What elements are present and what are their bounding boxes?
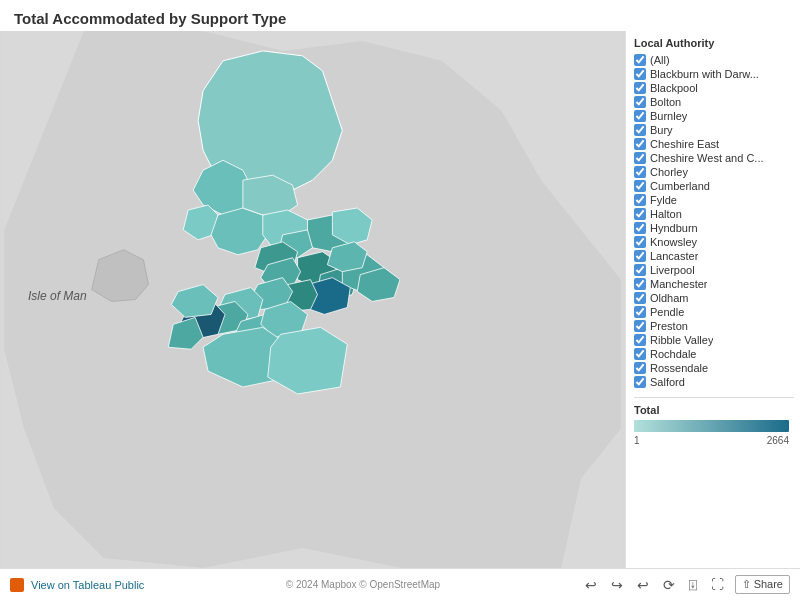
filter-item-label: Cheshire East — [650, 138, 719, 150]
filter-checkbox[interactable] — [634, 82, 646, 94]
filter-item-label: Cheshire West and C... — [650, 152, 764, 164]
filter-checkbox[interactable] — [634, 180, 646, 192]
revert-button[interactable]: ↩ — [634, 575, 652, 595]
filter-checkbox[interactable] — [634, 250, 646, 262]
filter-item-label: Blackburn with Darw... — [650, 68, 759, 80]
filter-item[interactable]: Pendle — [634, 305, 794, 319]
filter-item-label: Rossendale — [650, 362, 708, 374]
filter-item-label: Oldham — [650, 292, 689, 304]
filter-item-label: Manchester — [650, 278, 707, 290]
filter-checkbox[interactable] — [634, 124, 646, 136]
tableau-logo-icon — [10, 578, 24, 592]
footer: View on Tableau Public © 2024 Mapbox © O… — [0, 568, 800, 600]
filter-item[interactable]: Chorley — [634, 165, 794, 179]
filter-item[interactable]: Hyndburn — [634, 221, 794, 235]
filter-panel: Local Authority (All)Blackburn with Darw… — [625, 31, 800, 568]
filter-checkbox[interactable] — [634, 320, 646, 332]
filter-checkbox[interactable] — [634, 208, 646, 220]
filter-item-label: Ribble Valley — [650, 334, 713, 346]
filter-item-label: Salford — [650, 376, 685, 388]
filter-item[interactable]: Halton — [634, 207, 794, 221]
filter-item[interactable]: Rossendale — [634, 361, 794, 375]
isle-of-man-label: Isle of Man — [28, 289, 87, 303]
filter-checkbox[interactable] — [634, 362, 646, 374]
filter-item[interactable]: Rochdale — [634, 347, 794, 361]
filter-item[interactable]: Lancaster — [634, 249, 794, 263]
legend-color-bar — [634, 420, 789, 432]
fullscreen-button[interactable]: ⛶ — [708, 575, 727, 594]
filter-item-label: Bolton — [650, 96, 681, 108]
filter-item[interactable]: Liverpool — [634, 263, 794, 277]
filter-item[interactable]: Salford — [634, 375, 794, 389]
tableau-public-link[interactable]: View on Tableau Public — [31, 579, 144, 591]
map-svg — [0, 31, 625, 568]
filter-checkbox[interactable] — [634, 110, 646, 122]
filter-list: (All)Blackburn with Darw...BlackpoolBolt… — [634, 53, 794, 389]
download-button[interactable]: ⍗ — [686, 575, 700, 594]
filter-checkbox[interactable] — [634, 334, 646, 346]
filter-item[interactable]: Burnley — [634, 109, 794, 123]
filter-item[interactable]: Preston — [634, 319, 794, 333]
filter-checkbox[interactable] — [634, 54, 646, 66]
filter-item-label: Blackpool — [650, 82, 698, 94]
filter-item-label: Halton — [650, 208, 682, 220]
filter-item-label: Burnley — [650, 110, 687, 122]
filter-item-label: Rochdale — [650, 348, 696, 360]
filter-checkbox[interactable] — [634, 348, 646, 360]
filter-item-label: Pendle — [650, 306, 684, 318]
filter-checkbox[interactable] — [634, 292, 646, 304]
legend-labels: 1 2664 — [634, 435, 789, 446]
filter-checkbox[interactable] — [634, 68, 646, 80]
page-title: Total Accommodated by Support Type — [14, 10, 286, 27]
filter-checkbox[interactable] — [634, 222, 646, 234]
copyright: © 2024 Mapbox © OpenStreetMap — [286, 579, 440, 590]
filter-title: Local Authority — [634, 37, 794, 49]
filter-item-label: Knowsley — [650, 236, 697, 248]
filter-item[interactable]: (All) — [634, 53, 794, 67]
map-area[interactable]: Isle of Man — [0, 31, 625, 568]
footer-left: View on Tableau Public — [10, 578, 144, 592]
filter-item-label: (All) — [650, 54, 670, 66]
undo-button[interactable]: ↩ — [582, 575, 600, 595]
filter-item[interactable]: Oldham — [634, 291, 794, 305]
filter-checkbox[interactable] — [634, 166, 646, 178]
filter-item-label: Hyndburn — [650, 222, 698, 234]
legend-title: Total — [634, 404, 794, 416]
filter-checkbox[interactable] — [634, 306, 646, 318]
share-button[interactable]: ⇧ Share — [735, 575, 790, 594]
share-label: Share — [754, 578, 783, 590]
filter-item[interactable]: Ribble Valley — [634, 333, 794, 347]
filter-checkbox[interactable] — [634, 236, 646, 248]
filter-item-label: Bury — [650, 124, 673, 136]
filter-checkbox[interactable] — [634, 152, 646, 164]
filter-item-label: Chorley — [650, 166, 688, 178]
filter-checkbox[interactable] — [634, 138, 646, 150]
refresh-button[interactable]: ⟳ — [660, 575, 678, 595]
filter-item[interactable]: Cheshire West and C... — [634, 151, 794, 165]
filter-item[interactable]: Manchester — [634, 277, 794, 291]
filter-item[interactable]: Cheshire East — [634, 137, 794, 151]
legend-section: Total 1 2664 — [634, 397, 794, 446]
filter-item[interactable]: Fylde — [634, 193, 794, 207]
filter-checkbox[interactable] — [634, 96, 646, 108]
filter-item-label: Preston — [650, 320, 688, 332]
filter-checkbox[interactable] — [634, 194, 646, 206]
filter-item[interactable]: Blackburn with Darw... — [634, 67, 794, 81]
legend-min: 1 — [634, 435, 640, 446]
redo-button[interactable]: ↪ — [608, 575, 626, 595]
filter-item[interactable]: Blackpool — [634, 81, 794, 95]
filter-checkbox[interactable] — [634, 376, 646, 388]
filter-item-label: Liverpool — [650, 264, 695, 276]
share-icon: ⇧ — [742, 578, 751, 590]
filter-item-label: Lancaster — [650, 250, 698, 262]
filter-item[interactable]: Cumberland — [634, 179, 794, 193]
filter-checkbox[interactable] — [634, 264, 646, 276]
footer-toolbar: ↩ ↪ ↩ ⟳ ⍗ ⛶ ⇧ Share — [582, 575, 790, 595]
filter-item[interactable]: Bolton — [634, 95, 794, 109]
filter-item-label: Cumberland — [650, 180, 710, 192]
filter-checkbox[interactable] — [634, 278, 646, 290]
filter-item[interactable]: Bury — [634, 123, 794, 137]
filter-item-label: Fylde — [650, 194, 677, 206]
legend-max: 2664 — [767, 435, 789, 446]
filter-item[interactable]: Knowsley — [634, 235, 794, 249]
